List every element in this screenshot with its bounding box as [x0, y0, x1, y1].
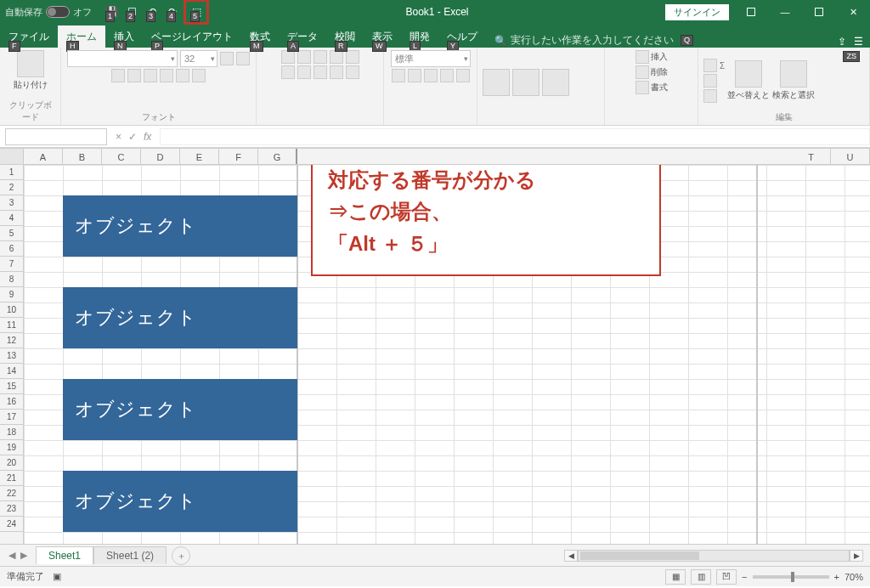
row-header[interactable]: 18	[0, 425, 23, 440]
tab-developer[interactable]: 開発L	[401, 25, 438, 48]
tab-view[interactable]: 表示W	[364, 25, 401, 48]
macro-record-icon[interactable]: ▣	[53, 571, 61, 582]
col-header[interactable]: D	[141, 149, 180, 164]
col-header[interactable]: E	[180, 149, 219, 164]
currency-button[interactable]	[392, 69, 405, 82]
tab-review[interactable]: 校閲R	[326, 25, 364, 48]
row-header[interactable]: 13	[0, 348, 23, 364]
merge-button[interactable]	[346, 65, 359, 79]
enter-formula-icon[interactable]: ✓	[128, 131, 137, 143]
row-header[interactable]: 4	[0, 211, 23, 226]
fill-color-button[interactable]	[176, 69, 189, 82]
share-button[interactable]: ⇪ ☰ ZS	[838, 36, 863, 48]
qat-preview[interactable]: ☐ 2	[122, 3, 141, 21]
paste-button[interactable]	[17, 50, 44, 77]
align-right-button[interactable]	[314, 65, 327, 79]
sort-filter-button[interactable]	[735, 60, 762, 88]
font-family-combo[interactable]	[67, 50, 178, 67]
comma-button[interactable]	[424, 69, 438, 82]
row-header[interactable]: 22	[0, 486, 23, 501]
inc-decimal-button[interactable]	[440, 69, 454, 82]
close-button[interactable]: ✕	[836, 0, 870, 24]
qat-save[interactable]: 💾 1	[102, 3, 121, 21]
wrap-text-button[interactable]	[346, 50, 359, 64]
row-header[interactable]: 11	[0, 318, 23, 333]
border-button[interactable]	[160, 69, 173, 82]
qat-select-objects-highlighted[interactable]: ⬚ 5	[184, 0, 209, 25]
font-color-button[interactable]	[192, 69, 206, 82]
view-page-break-button[interactable]: 凹	[716, 569, 737, 585]
tab-data[interactable]: データA	[279, 25, 326, 48]
col-header[interactable]: F	[219, 149, 258, 164]
row-header[interactable]: 7	[0, 257, 23, 272]
format-as-table-button[interactable]	[512, 69, 540, 96]
new-sheet-button[interactable]: ＋	[172, 546, 190, 565]
col-header[interactable]: C	[102, 149, 141, 164]
row-header[interactable]: 2	[0, 180, 23, 195]
orientation-button[interactable]	[330, 50, 343, 64]
row-header[interactable]: 15	[0, 379, 23, 394]
number-format-combo[interactable]: 標準	[391, 50, 471, 67]
view-normal-button[interactable]: ▦	[665, 569, 686, 585]
autosum-button[interactable]	[703, 59, 717, 72]
select-all-corner[interactable]	[0, 149, 24, 164]
tab-file[interactable]: ファイルF	[0, 25, 58, 48]
zoom-level[interactable]: 70%	[845, 572, 863, 582]
row-header[interactable]: 3	[0, 195, 23, 211]
row-header[interactable]: 14	[0, 364, 23, 379]
sheet-nav-first-icon[interactable]: ◀	[8, 550, 15, 561]
format-cells-button[interactable]: 書式	[636, 81, 668, 94]
maximize-button[interactable]	[802, 0, 836, 24]
align-middle-button[interactable]	[297, 50, 311, 64]
row-header[interactable]: 16	[0, 394, 23, 410]
tab-insert[interactable]: 挿入N	[105, 25, 143, 48]
row-header[interactable]: 1	[0, 165, 23, 180]
tab-help[interactable]: ヘルプY	[438, 25, 486, 48]
sheet-tab[interactable]: Sheet1 (2)	[93, 546, 167, 564]
align-center-button[interactable]	[297, 65, 311, 79]
zoom-slider[interactable]	[753, 575, 829, 579]
row-header[interactable]: 12	[0, 333, 23, 348]
align-left-button[interactable]	[281, 65, 295, 79]
col-header[interactable]: T	[792, 149, 831, 164]
font-size-combo[interactable]: 32	[180, 50, 218, 67]
tab-page-layout[interactable]: ページレイアウトP	[143, 25, 241, 48]
scrollbar-thumb[interactable]	[580, 551, 699, 560]
align-top-button[interactable]	[281, 50, 295, 64]
clear-button[interactable]	[703, 89, 717, 103]
bold-button[interactable]	[111, 69, 125, 82]
tell-me-search[interactable]: 🔍 実行したい作業を入力してください Q	[494, 33, 693, 48]
col-header[interactable]: A	[24, 149, 63, 164]
row-header[interactable]: 17	[0, 410, 23, 425]
percent-button[interactable]	[408, 69, 421, 82]
horizontal-scrollbar[interactable]	[578, 550, 850, 562]
zoom-in-button[interactable]: +	[834, 572, 839, 582]
underline-button[interactable]	[144, 69, 157, 82]
shape-object[interactable]: オブジェクト	[63, 195, 297, 257]
cell-styles-button[interactable]	[542, 69, 569, 96]
find-select-button[interactable]	[780, 60, 807, 88]
row-header[interactable]: 9	[0, 287, 23, 302]
dec-decimal-button[interactable]	[456, 69, 470, 82]
signin-button[interactable]: サインイン	[665, 4, 729, 20]
row-header[interactable]: 10	[0, 302, 23, 318]
scroll-left-button[interactable]: ◀	[564, 550, 578, 562]
delete-cells-button[interactable]: 削除	[636, 65, 668, 79]
row-header[interactable]: 21	[0, 471, 23, 486]
row-header[interactable]: 6	[0, 241, 23, 257]
qat-undo[interactable]: ↶ 3	[143, 3, 161, 21]
fill-button[interactable]	[703, 74, 717, 88]
shrink-font-button[interactable]	[236, 52, 250, 65]
shape-object[interactable]: オブジェクト	[63, 471, 297, 532]
shape-object[interactable]: オブジェクト	[63, 379, 297, 440]
fx-icon[interactable]: fx	[144, 131, 151, 143]
zoom-out-button[interactable]: −	[742, 572, 747, 582]
conditional-formatting-button[interactable]	[483, 69, 510, 96]
indent-dec-button[interactable]	[330, 65, 343, 79]
grow-font-button[interactable]	[220, 52, 234, 65]
qat-redo[interactable]: ↷ 4	[163, 3, 182, 21]
minimize-button[interactable]: —	[768, 0, 802, 24]
col-header[interactable]: G	[258, 149, 297, 164]
tab-home[interactable]: ホームH	[58, 25, 105, 48]
row-header[interactable]: 20	[0, 455, 23, 471]
